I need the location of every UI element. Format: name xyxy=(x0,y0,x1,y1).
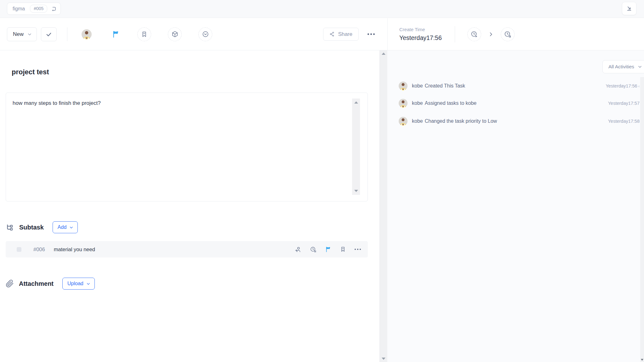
task-detail-window: figma #005 New xyxy=(0,0,644,362)
due-time-clock-icon xyxy=(504,31,511,38)
share-button[interactable]: Share xyxy=(323,28,359,41)
attachment-heading: Attachment xyxy=(19,280,54,287)
activity-hover-indicator: ‹ xyxy=(638,84,640,88)
topbar: figma #005 xyxy=(0,0,644,18)
toolbar-divider xyxy=(67,27,67,41)
chevron-down-icon xyxy=(638,65,642,69)
tag-bookmark-icon[interactable] xyxy=(340,246,346,252)
task-toolbar: New xyxy=(0,18,387,50)
task-id-badge: #005 xyxy=(30,5,47,13)
activity-action: Changed the task priority to Low xyxy=(425,118,497,124)
activity-filter-label: All Activities xyxy=(608,64,634,70)
subtask-row[interactable]: #006 material you need xyxy=(6,241,368,257)
activity-time: Yesterday17:57 xyxy=(608,101,640,106)
priority-flag-icon[interactable] xyxy=(112,30,120,38)
more-dots-icon xyxy=(368,33,369,35)
subtask-id: #006 xyxy=(33,246,45,252)
copy-icon[interactable] xyxy=(50,6,57,12)
task-content: project test how many steps to finish th… xyxy=(0,50,379,362)
due-time-clock-icon[interactable] xyxy=(310,246,316,253)
share-icon xyxy=(329,31,335,37)
breadcrumb-project[interactable]: figma xyxy=(13,6,25,12)
scroll-down-arrow-icon[interactable] xyxy=(382,358,385,360)
scroll-down-arrow-icon[interactable] xyxy=(641,359,643,361)
activity-time: Yesterday17:56 xyxy=(606,83,637,88)
avatar xyxy=(399,99,407,108)
assign-person-icon[interactable] xyxy=(295,246,301,253)
create-time-value: Yesterday17:56 xyxy=(399,34,442,42)
activity-action: Assigned tasks to kobe xyxy=(425,100,477,106)
subtask-title[interactable]: material you need xyxy=(54,246,95,252)
add-subtask-button[interactable]: Add xyxy=(53,221,78,233)
upload-attachment-button[interactable]: Upload xyxy=(62,278,95,290)
schedule-button[interactable] xyxy=(198,27,212,41)
create-time-header: Create Time Yesterday17:56 xyxy=(387,18,644,50)
header-divider xyxy=(455,26,455,42)
activity-action: Created This Task xyxy=(425,83,465,88)
add-label: Add xyxy=(58,224,66,230)
start-time-button[interactable] xyxy=(467,27,481,41)
storypoint-cube-icon xyxy=(171,31,179,38)
upload-label: Upload xyxy=(67,281,83,286)
chevron-down-icon xyxy=(86,282,90,286)
breadcrumb: figma #005 xyxy=(7,3,61,15)
avatar xyxy=(399,117,407,126)
attachment-section-header: Attachment Upload xyxy=(6,278,95,290)
activity-user: kobe xyxy=(412,118,423,124)
chevron-right-icon xyxy=(488,32,493,37)
status-dropdown[interactable]: New xyxy=(7,27,37,41)
scroll-up-arrow-icon[interactable] xyxy=(354,101,358,104)
schedule-circle-icon xyxy=(202,31,209,38)
check-icon xyxy=(46,31,52,37)
activity-time: Yesterday17:58 xyxy=(608,119,640,124)
chevron-down-icon xyxy=(69,225,73,229)
subtask-tree-icon xyxy=(6,223,14,232)
tag-button[interactable] xyxy=(137,27,151,41)
more-options-button[interactable] xyxy=(366,31,376,37)
activity-user: kobe xyxy=(412,100,423,106)
tag-bookmark-icon xyxy=(141,31,148,38)
subtask-checkbox[interactable] xyxy=(17,247,21,252)
collapse-button[interactable] xyxy=(622,2,636,15)
activity-filter-dropdown[interactable]: All Activities xyxy=(602,60,644,73)
share-label: Share xyxy=(338,31,352,37)
attachment-paperclip-icon xyxy=(6,280,14,288)
create-time-label: Create Time xyxy=(399,27,442,32)
content-scrollbar[interactable] xyxy=(379,50,387,362)
activity-item: kobeCreated This Task Yesterday17:56 ‹ xyxy=(399,81,640,91)
description-scrollbar[interactable] xyxy=(352,99,360,195)
activity-scrollbar[interactable] xyxy=(640,77,644,362)
storypoint-button[interactable] xyxy=(168,27,182,41)
status-label: New xyxy=(13,31,24,37)
subtask-heading: Subtask xyxy=(19,224,44,231)
more-dots-icon[interactable] xyxy=(355,249,361,250)
complete-task-button[interactable] xyxy=(41,27,57,41)
task-title[interactable]: project test xyxy=(12,68,49,76)
activity-item: kobeChanged the task priority to Low Yes… xyxy=(399,116,640,126)
description-text: how many steps to finish the project? xyxy=(6,93,368,107)
scroll-up-arrow-icon[interactable] xyxy=(382,53,385,55)
assignee-avatar[interactable] xyxy=(82,29,92,39)
subtask-section-header: Subtask Add xyxy=(6,221,78,233)
scroll-down-arrow-icon[interactable] xyxy=(354,190,358,192)
description-field[interactable]: how many steps to finish the project? xyxy=(6,93,368,201)
priority-flag-icon[interactable] xyxy=(325,246,331,252)
avatar xyxy=(399,82,407,90)
chevron-down-icon xyxy=(27,32,32,37)
start-time-clock-icon xyxy=(470,31,478,38)
activity-panel: All Activities kobeCreated This Task Yes… xyxy=(387,50,644,362)
activity-user: kobe xyxy=(412,83,423,88)
activity-item: kobeAssigned tasks to kobe Yesterday17:5… xyxy=(399,99,640,108)
due-time-button[interactable] xyxy=(501,27,515,41)
